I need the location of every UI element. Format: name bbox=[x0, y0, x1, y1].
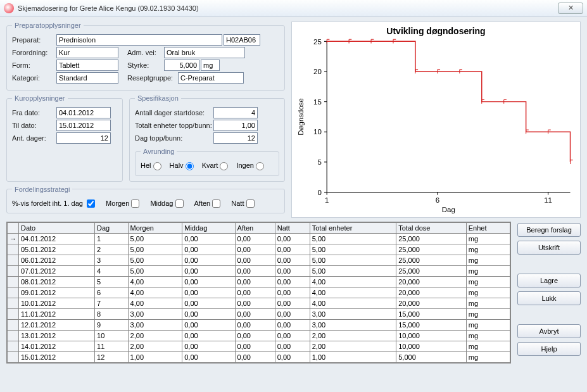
cell[interactable]: 4,00 bbox=[310, 277, 396, 288]
cell[interactable]: 15,000 bbox=[396, 320, 467, 331]
cell[interactable]: 09.01.2012 bbox=[19, 288, 95, 298]
cell[interactable]: 4,00 bbox=[128, 288, 182, 298]
cell[interactable]: 0,00 bbox=[182, 266, 235, 277]
cell[interactable]: 20,000 bbox=[396, 288, 467, 298]
cell[interactable]: 0,00 bbox=[275, 277, 310, 288]
cell[interactable]: 0,00 bbox=[182, 255, 235, 266]
avrunding-kvart[interactable]: Kvart bbox=[202, 161, 230, 170]
cell[interactable]: 0,00 bbox=[235, 309, 275, 320]
preparat-field[interactable]: Prednisolon bbox=[56, 34, 222, 46]
cell[interactable]: 0,00 bbox=[235, 266, 275, 277]
totalt-enheter-field[interactable]: 1,00 bbox=[213, 120, 258, 131]
cell[interactable]: 0,00 bbox=[235, 298, 275, 309]
cell[interactable]: 3,00 bbox=[310, 309, 396, 320]
cell[interactable]: 4,00 bbox=[310, 288, 396, 298]
cell[interactable]: 0,00 bbox=[235, 255, 275, 266]
cell[interactable]: 12.01.2012 bbox=[19, 320, 95, 331]
atc-field[interactable]: H02AB06 bbox=[224, 34, 260, 46]
avrunding-ingen[interactable]: Ingen bbox=[236, 161, 266, 170]
col-header[interactable]: Total dose bbox=[396, 223, 467, 234]
cell[interactable]: 5,00 bbox=[310, 244, 396, 255]
cell[interactable]: 2,00 bbox=[310, 341, 396, 352]
cell[interactable]: 2,00 bbox=[310, 331, 396, 341]
table-row[interactable]: 13.01.2012102,000,000,000,002,0010,000mg bbox=[8, 331, 510, 341]
ant-dager-field[interactable]: 12 bbox=[56, 132, 111, 144]
cell[interactable]: 08.01.2012 bbox=[19, 277, 95, 288]
cell[interactable]: 0,00 bbox=[182, 298, 235, 309]
cell[interactable]: mg bbox=[466, 255, 510, 266]
cell[interactable]: 25,000 bbox=[396, 234, 467, 244]
cell[interactable]: 0,00 bbox=[275, 234, 310, 244]
styrke-field[interactable]: 5,000 bbox=[164, 60, 199, 71]
table-row[interactable]: 06.01.201235,000,000,000,005,0025,000mg bbox=[8, 255, 510, 266]
cell[interactable]: mg bbox=[466, 288, 510, 298]
table-row[interactable]: 12.01.201293,000,000,000,003,0015,000mg bbox=[8, 320, 510, 331]
cell[interactable]: 0,00 bbox=[275, 288, 310, 298]
antall-dager-field[interactable]: 4 bbox=[213, 107, 258, 118]
cell[interactable]: 2 bbox=[95, 244, 129, 255]
til-dato-field[interactable]: 15.01.2012 bbox=[56, 120, 111, 131]
lukk-button[interactable]: Lukk bbox=[517, 291, 581, 305]
dag-toppbunn-field[interactable]: 12 bbox=[213, 132, 258, 144]
dosering-grid[interactable]: DatoDagMorgenMiddagAftenNattTotal enhete… bbox=[6, 222, 511, 364]
table-row[interactable]: 05.01.201225,000,000,000,005,0025,000mg bbox=[8, 244, 510, 255]
cell[interactable]: 13.01.2012 bbox=[19, 331, 95, 341]
cell[interactable]: 6 bbox=[95, 288, 129, 298]
cell[interactable]: 0,00 bbox=[275, 266, 310, 277]
natt-check[interactable]: Natt bbox=[231, 199, 256, 208]
cell[interactable]: 12 bbox=[95, 352, 129, 363]
cell[interactable]: 8 bbox=[95, 309, 129, 320]
fra-dato-field[interactable]: 04.01.2012 bbox=[56, 107, 111, 118]
cell[interactable]: 0,00 bbox=[235, 288, 275, 298]
window-close-button[interactable]: ✕ bbox=[558, 3, 583, 14]
table-row[interactable]: 09.01.201264,000,000,000,004,0020,000mg bbox=[8, 288, 510, 298]
styrke-unit-field[interactable]: mg bbox=[201, 60, 220, 71]
middag-check[interactable]: Middag bbox=[150, 199, 185, 208]
cell[interactable]: 10,000 bbox=[396, 331, 467, 341]
cell[interactable]: 25,000 bbox=[396, 244, 467, 255]
kategori-field[interactable]: Standard bbox=[56, 72, 118, 84]
cell[interactable]: 0,00 bbox=[182, 288, 235, 298]
cell[interactable]: 0,00 bbox=[235, 320, 275, 331]
cell[interactable]: 0,00 bbox=[235, 277, 275, 288]
cell[interactable]: 15.01.2012 bbox=[19, 352, 95, 363]
cell[interactable]: 7 bbox=[95, 298, 129, 309]
cell[interactable]: 5,00 bbox=[128, 244, 182, 255]
cell[interactable]: 2,00 bbox=[128, 331, 182, 341]
table-row[interactable]: 07.01.201245,000,000,000,005,0025,000mg bbox=[8, 266, 510, 277]
cell[interactable]: 14.01.2012 bbox=[19, 341, 95, 352]
cell[interactable]: 0,00 bbox=[182, 234, 235, 244]
cell[interactable]: 25,000 bbox=[396, 266, 467, 277]
cell[interactable]: mg bbox=[466, 309, 510, 320]
cell[interactable]: 07.01.2012 bbox=[19, 266, 95, 277]
cell[interactable]: 3 bbox=[95, 255, 129, 266]
pct-fordelt-check[interactable]: %-vis fordelt iht. 1. dag bbox=[12, 199, 97, 208]
cell[interactable]: 4,00 bbox=[128, 298, 182, 309]
col-header[interactable]: Dato bbox=[19, 223, 95, 234]
cell[interactable]: 11 bbox=[95, 341, 129, 352]
cell[interactable]: 25,000 bbox=[396, 255, 467, 266]
cell[interactable]: 0,00 bbox=[275, 352, 310, 363]
morgen-check[interactable]: Morgen bbox=[106, 199, 141, 208]
cell[interactable]: 05.01.2012 bbox=[19, 244, 95, 255]
form-field[interactable]: Tablett bbox=[56, 60, 118, 71]
table-row[interactable]: 15.01.2012121,000,000,000,001,005,000mg bbox=[8, 352, 510, 363]
cell[interactable]: 0,00 bbox=[235, 244, 275, 255]
cell[interactable]: 4,00 bbox=[128, 277, 182, 288]
cell[interactable]: 10 bbox=[95, 331, 129, 341]
cell[interactable]: mg bbox=[466, 234, 510, 244]
cell[interactable]: mg bbox=[466, 266, 510, 277]
cell[interactable]: 10.01.2012 bbox=[19, 298, 95, 309]
table-row[interactable]: 11.01.201283,000,000,000,003,0015,000mg bbox=[8, 309, 510, 320]
cell[interactable]: 0,00 bbox=[275, 255, 310, 266]
cell[interactable]: 0,00 bbox=[182, 277, 235, 288]
table-row[interactable]: 08.01.201254,000,000,000,004,0020,000mg bbox=[8, 277, 510, 288]
reseptgruppe-field[interactable]: C-Preparat bbox=[178, 72, 244, 84]
cell[interactable]: 5,00 bbox=[310, 266, 396, 277]
cell[interactable]: 5,00 bbox=[128, 234, 182, 244]
cell[interactable]: 0,00 bbox=[182, 352, 235, 363]
forordning-field[interactable]: Kur bbox=[56, 47, 118, 58]
cell[interactable]: 06.01.2012 bbox=[19, 255, 95, 266]
cell[interactable]: 0,00 bbox=[235, 234, 275, 244]
cell[interactable]: 4 bbox=[95, 266, 129, 277]
